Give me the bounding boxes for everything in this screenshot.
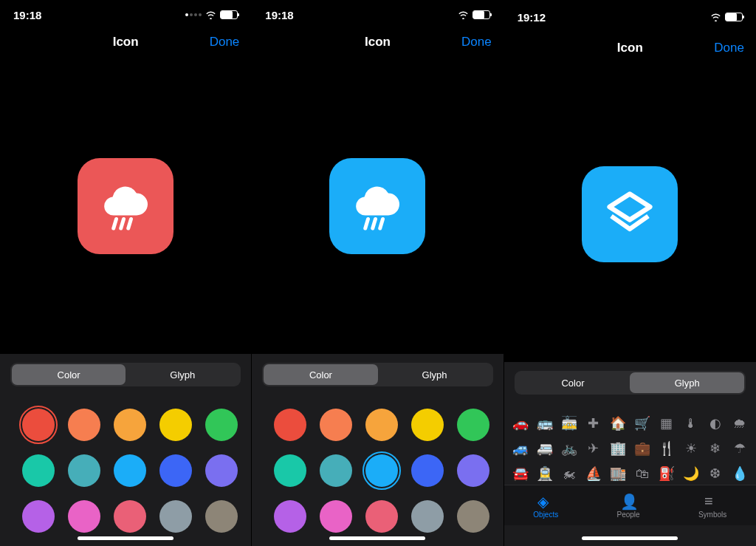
layers-icon xyxy=(600,185,659,244)
segment-color[interactable]: Color xyxy=(264,364,377,385)
color-swatch[interactable] xyxy=(274,500,306,533)
segmented-control[interactable]: Color Glyph xyxy=(515,371,746,395)
glyph-bus2-icon[interactable]: 🚐 xyxy=(535,439,554,458)
color-swatch[interactable] xyxy=(274,454,306,487)
glyph-snow-icon[interactable]: ❄ xyxy=(706,439,725,458)
color-swatch[interactable] xyxy=(68,409,100,441)
color-swatch[interactable] xyxy=(365,454,398,487)
color-swatch[interactable] xyxy=(114,409,146,441)
segment-glyph[interactable]: Glyph xyxy=(378,364,492,385)
color-swatch[interactable] xyxy=(320,409,352,441)
color-swatch[interactable] xyxy=(457,500,489,533)
color-swatch[interactable] xyxy=(205,454,238,487)
segment-color[interactable]: Color xyxy=(516,372,630,393)
glyph-umbrella-icon[interactable]: ☂ xyxy=(730,439,749,458)
segmented-control[interactable]: Color Glyph xyxy=(10,363,241,386)
status-bar: 19:18 xyxy=(252,0,503,25)
status-time: 19:18 xyxy=(265,9,293,21)
status-time: 19:18 xyxy=(13,9,41,21)
glyph-calendar-icon[interactable]: ▦ xyxy=(657,414,676,433)
color-swatch[interactable] xyxy=(365,500,398,533)
glyph-house-icon[interactable]: 🏠 xyxy=(608,414,628,433)
color-swatch[interactable] xyxy=(411,500,444,533)
glyph-fork-icon[interactable]: 🍴 xyxy=(657,439,676,458)
glyph-moon2-icon[interactable]: 🌙 xyxy=(681,464,701,483)
color-swatch[interactable] xyxy=(68,454,100,487)
cloud-rain-icon xyxy=(96,177,155,236)
done-button[interactable]: Done xyxy=(210,35,240,50)
done-button[interactable]: Done xyxy=(461,35,492,50)
color-swatch[interactable] xyxy=(457,454,489,487)
glyph-bag-icon[interactable]: 🛍 xyxy=(633,464,652,483)
svg-line-0 xyxy=(114,219,117,229)
glyph-bus-icon[interactable]: 🚌 xyxy=(535,414,554,433)
done-button[interactable]: Done xyxy=(714,41,744,55)
color-swatch[interactable] xyxy=(114,500,146,533)
glyph-plus-icon[interactable]: ✚ xyxy=(584,414,603,433)
picker-panel: Color Glyph 🚗 🚌 🚋 ✚ 🏠 🛒 ▦ 🌡 ◐ 🌧 🚙 🚐 🚲 ✈ … xyxy=(504,362,756,546)
segment-glyph[interactable]: Glyph xyxy=(126,364,239,385)
glyph-moon-icon[interactable]: ◐ xyxy=(706,414,725,433)
color-swatch[interactable] xyxy=(159,409,192,441)
glyph-bike2-icon[interactable]: 🏍 xyxy=(560,464,579,483)
glyph-briefcase-icon[interactable]: 💼 xyxy=(633,439,652,458)
icon-preview xyxy=(504,66,756,362)
color-swatch[interactable] xyxy=(22,409,55,441)
color-swatch[interactable] xyxy=(205,409,238,441)
color-swatch[interactable] xyxy=(320,500,352,533)
glyph-car2-icon[interactable]: 🚙 xyxy=(511,439,530,458)
glyph-tram2-icon[interactable]: 🚊 xyxy=(535,464,554,483)
color-swatch[interactable] xyxy=(22,500,55,533)
cellular-icon xyxy=(185,13,202,16)
glyph-cart-icon[interactable]: 🛒 xyxy=(633,414,652,433)
glyph-car3-icon[interactable]: 🚘 xyxy=(511,464,530,483)
tab-label: People xyxy=(617,511,640,519)
battery-icon xyxy=(472,10,490,19)
glyph-thermometer-icon[interactable]: 🌡 xyxy=(681,414,701,433)
glyph-gas-icon[interactable]: ⛽ xyxy=(657,464,676,483)
color-grid xyxy=(252,395,503,546)
picker-panel: Color Glyph xyxy=(252,354,503,546)
color-swatch[interactable] xyxy=(159,454,192,487)
nav-bar: Icon Done xyxy=(0,25,251,58)
color-swatch[interactable] xyxy=(205,500,238,533)
tab-symbols[interactable]: ≡ Symbols xyxy=(698,493,726,519)
nav-bar: Icon Done xyxy=(252,25,503,58)
glyph-drop-icon[interactable]: 💧 xyxy=(730,464,749,483)
segmented-control[interactable]: Color Glyph xyxy=(262,363,492,386)
home-indicator[interactable] xyxy=(329,536,425,540)
color-swatch[interactable] xyxy=(274,409,306,441)
color-swatch[interactable] xyxy=(457,409,489,441)
color-swatch[interactable] xyxy=(320,454,352,487)
color-swatch[interactable] xyxy=(411,454,444,487)
color-swatch[interactable] xyxy=(365,409,398,441)
glyph-plane-icon[interactable]: ✈ xyxy=(584,439,603,458)
tab-people[interactable]: 👤 People xyxy=(617,493,640,519)
icon-preview xyxy=(0,58,251,354)
tab-label: Objects xyxy=(533,511,558,519)
screen-2: 19:18 Icon Done Color Glyph xyxy=(252,0,504,546)
color-swatch[interactable] xyxy=(411,409,444,441)
color-swatch[interactable] xyxy=(159,500,192,533)
home-indicator[interactable] xyxy=(582,536,678,540)
glyph-car-icon[interactable]: 🚗 xyxy=(511,414,530,433)
status-bar: 19:18 xyxy=(0,0,251,25)
color-swatch[interactable] xyxy=(22,454,55,487)
glyph-sailboat-icon[interactable]: ⛵ xyxy=(584,464,603,483)
color-swatch[interactable] xyxy=(68,500,100,533)
app-icon-preview xyxy=(78,158,173,254)
svg-line-5 xyxy=(380,219,383,229)
segment-glyph[interactable]: Glyph xyxy=(630,372,744,393)
home-indicator[interactable] xyxy=(78,536,173,540)
glyph-sun-icon[interactable]: ☀ xyxy=(681,439,701,458)
glyph-office-icon[interactable]: 🏬 xyxy=(608,464,628,483)
glyph-bike-icon[interactable]: 🚲 xyxy=(560,439,579,458)
person-icon: 👤 xyxy=(620,493,636,509)
glyph-tram-icon[interactable]: 🚋 xyxy=(560,414,579,433)
tab-objects[interactable]: ◈ Objects xyxy=(533,493,558,519)
glyph-rain-icon[interactable]: 🌧 xyxy=(730,414,749,433)
color-swatch[interactable] xyxy=(114,454,146,487)
glyph-snow2-icon[interactable]: ❆ xyxy=(706,464,725,483)
glyph-building-icon[interactable]: 🏢 xyxy=(608,439,628,458)
segment-color[interactable]: Color xyxy=(12,364,126,385)
